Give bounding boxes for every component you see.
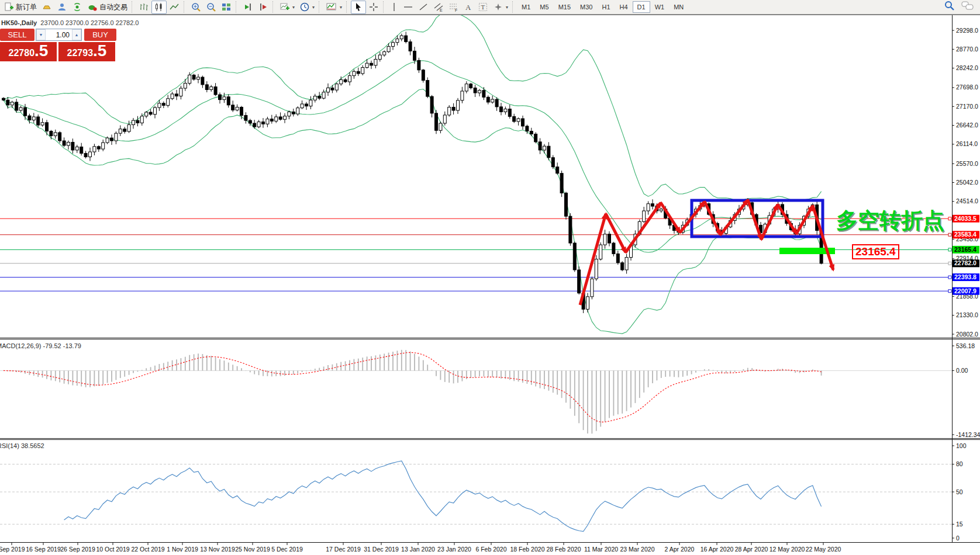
svg-text:18 Feb 2020: 18 Feb 2020: [510, 546, 545, 553]
toolbar-separator: [512, 1, 515, 13]
svg-text:24033.5: 24033.5: [954, 215, 976, 222]
cursor-button[interactable]: [351, 1, 366, 14]
timeframe-h4[interactable]: H4: [615, 1, 633, 13]
annotation-zigzag-arrow[interactable]: [705, 202, 720, 235]
macd-signal-line: [4, 352, 822, 422]
candle: [180, 88, 182, 96]
svg-text:17 Dec 2019: 17 Dec 2019: [326, 546, 361, 553]
sell-price-main: 22780: [9, 43, 35, 63]
date-axis[interactable]: Sep 201916 Sep 201926 Sep 201910 Oct 201…: [0, 543, 841, 553]
annotation-text-turning-point[interactable]: 多空转折点: [836, 206, 944, 235]
sell-price[interactable]: 22780.5: [0, 42, 57, 61]
candlestick-chart-button[interactable]: [151, 1, 167, 14]
new-order-button[interactable]: 新订单: [1, 1, 39, 14]
volume-increase-button[interactable]: ▲: [72, 29, 81, 40]
zoom-in-button[interactable]: [188, 1, 203, 14]
candle: [387, 46, 390, 51]
svg-text:5 Dec 2019: 5 Dec 2019: [271, 546, 303, 553]
auto-trading-button[interactable]: 自动交易: [85, 1, 130, 14]
main-toolbar: 新订单 自动交易 ▾ ▾ ▾ E F A T ▾ M1 M5 M15 M30 H…: [0, 0, 980, 15]
line-chart-button[interactable]: [167, 1, 182, 14]
crosshair-button[interactable]: [366, 1, 381, 14]
timeframe-d1[interactable]: D1: [633, 1, 650, 13]
svg-text:23165.4: 23165.4: [954, 246, 976, 253]
buy-button[interactable]: BUY: [84, 29, 116, 41]
chart-svg[interactable]: 29298.028770.028242.027698.027170.026642…: [0, 0, 980, 555]
candle: [322, 92, 325, 98]
auto-scroll-button[interactable]: [240, 1, 256, 14]
arrow-tools-button[interactable]: ▾: [491, 1, 510, 14]
vertical-line-button[interactable]: [388, 1, 401, 14]
chat-icon[interactable]: [961, 0, 974, 14]
buy-price[interactable]: 22793.5: [58, 42, 115, 61]
annotation-zigzag-arrow[interactable]: [761, 204, 778, 240]
search-icon[interactable]: [944, 0, 955, 14]
candle: [32, 117, 35, 120]
candle: [612, 243, 615, 254]
horizontal-line-button[interactable]: [401, 1, 416, 14]
add-indicator-icon: [279, 2, 290, 12]
tile-windows-button[interactable]: [219, 1, 234, 14]
svg-text:2 Apr 2020: 2 Apr 2020: [665, 546, 695, 553]
text-button[interactable]: A: [461, 1, 475, 14]
timeframe-mn[interactable]: MN: [669, 1, 688, 13]
chart-shift-button[interactable]: [256, 1, 271, 14]
candle: [474, 88, 477, 93]
add-indicator-button[interactable]: ▾: [277, 1, 297, 14]
equidistant-channel-icon: E: [433, 2, 444, 12]
timeframe-m1[interactable]: M1: [517, 1, 535, 13]
signal-button[interactable]: [70, 1, 85, 14]
candle: [240, 107, 243, 115]
gold-ingot-button[interactable]: [39, 1, 54, 14]
candle: [24, 107, 27, 116]
chart-canvas[interactable]: 29298.028770.028242.027698.027170.026642…: [0, 0, 980, 555]
fibonacci-button[interactable]: F: [446, 1, 461, 14]
bar-chart-button[interactable]: [136, 1, 151, 14]
trend-line-button[interactable]: [416, 1, 431, 14]
volume-value[interactable]: 1.00: [46, 29, 72, 40]
candle: [305, 104, 308, 106]
sell-button[interactable]: SELL: [0, 29, 34, 41]
candle: [461, 91, 464, 100]
chart-template-icon: [326, 2, 337, 12]
annotation-price-label[interactable]: 23165.4: [852, 244, 899, 259]
candle: [586, 297, 589, 309]
text-label-button[interactable]: T: [475, 1, 491, 14]
volume-decrease-button[interactable]: ▼: [36, 29, 46, 40]
accounts-button[interactable]: [54, 1, 70, 14]
candle: [448, 107, 451, 115]
svg-text:F: F: [455, 8, 457, 12]
timeframe-m5[interactable]: M5: [535, 1, 553, 13]
toolbar-separator: [319, 1, 322, 13]
candle: [84, 153, 87, 157]
candle: [11, 102, 13, 105]
svg-text:6 Feb 2020: 6 Feb 2020: [475, 546, 506, 553]
svg-text:22393.8: 22393.8: [954, 273, 976, 280]
annotation-zigzag-arrow[interactable]: [626, 203, 661, 252]
equidistant-channel-button[interactable]: E: [431, 1, 446, 14]
candle: [547, 146, 550, 158]
annotation-zigzag-arrow[interactable]: [748, 200, 761, 240]
candle: [396, 39, 399, 43]
zoom-out-button[interactable]: [203, 1, 219, 14]
toolbar-separator: [346, 1, 349, 13]
candle: [214, 87, 217, 95]
candle: [365, 63, 368, 67]
candle: [111, 138, 113, 141]
timeframe-w1[interactable]: W1: [650, 1, 670, 13]
chart-template-button[interactable]: ▾: [323, 1, 344, 14]
period-clock-button[interactable]: ▾: [297, 1, 317, 14]
timeframe-h1[interactable]: H1: [597, 1, 615, 13]
candle: [205, 85, 208, 90]
svg-text:0: 0: [956, 535, 960, 542]
annotation-zigzag-arrow[interactable]: [661, 203, 680, 233]
candle: [266, 119, 269, 124]
period-clock-icon: [299, 2, 310, 12]
candle: [383, 52, 386, 56]
dropdown-caret: ▾: [506, 5, 508, 10]
svg-text:28 Apr 2020: 28 Apr 2020: [735, 546, 768, 553]
svg-text:11 Mar 2020: 11 Mar 2020: [584, 546, 618, 553]
timeframe-m30[interactable]: M30: [575, 1, 597, 13]
timeframe-m15[interactable]: M15: [554, 1, 575, 13]
svg-text:26 Sep 2019: 26 Sep 2019: [60, 546, 95, 553]
